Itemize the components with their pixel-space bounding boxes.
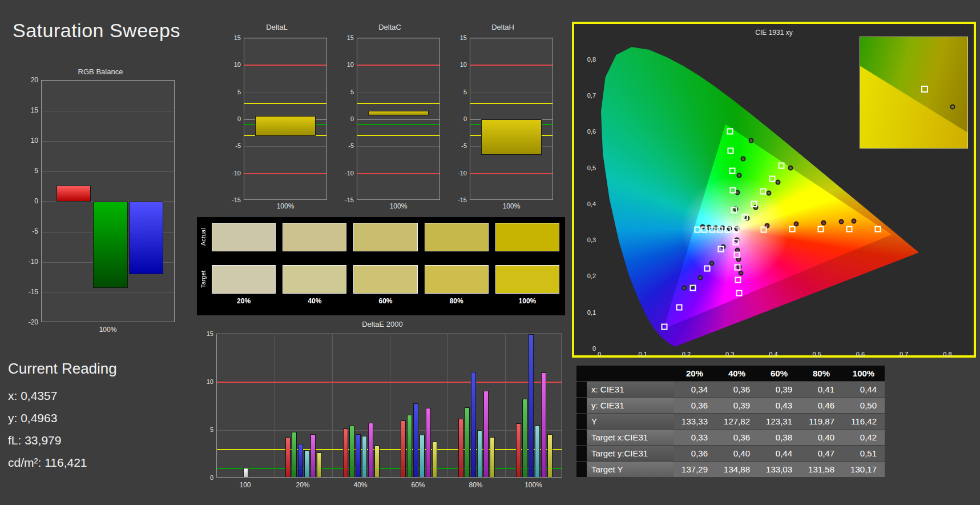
deltae-bar-yellow [432,442,437,478]
deltae-bar-red [343,428,348,478]
swatch-actual-100% [495,223,559,251]
axis-tick: 0 [237,115,241,122]
table-value: 130,17 [842,462,885,477]
target-point [735,264,741,271]
y-axis-tick: 0,6 [587,128,596,135]
y-axis-tick: 0,3 [587,237,596,243]
table-value: 0,36 [716,430,758,445]
delta-chart-deltac[interactable]: DeltaC151050-5-10-15100% [338,23,441,211]
swatch-actual-60% [353,223,417,251]
axis-tick: 0 [210,474,213,481]
deltae-bar-white [243,468,248,478]
x-axis-label: 100% [470,202,553,210]
axis-tick: 15 [234,34,241,41]
swatch-row-label: Actual [199,223,207,251]
deltae-bar-yellow [490,437,495,478]
x-axis-tick: 0,2 [682,351,691,358]
table-gutter [576,430,587,445]
table-value: 0,41 [800,382,842,397]
target-point [718,246,724,252]
target-point [728,148,734,154]
deltae-bar-blue [298,444,303,478]
rgb-axis-tick: 20 [31,76,38,84]
table-row: Target Y137,29134,88133,03131,58130,17 [576,462,885,477]
table-gutter [576,414,587,429]
y-axis-tick: 0,1 [587,309,596,316]
swatch-actual-80% [425,223,489,251]
measured-point [697,275,703,280]
deltae-bar-green [407,415,412,478]
table-value: 0,40 [716,446,758,461]
target-point [769,175,776,182]
target-point [733,252,740,258]
x-axis-label: 40% [332,481,389,489]
plot-area [470,38,553,200]
group-separator [390,334,390,477]
axis-tick: 10 [207,378,213,385]
table-value: 133,03 [758,462,800,477]
swatch-row-label: Target [199,265,207,294]
swatch-target-20% [212,265,276,294]
rgb-axis-tick: -5 [32,227,38,235]
x-axis-tick: 0,8 [943,351,951,358]
table-value: 0,44 [842,382,885,397]
deltae2000-chart[interactable]: DeltaE 2000 151050 10020%40%60%80%100% [197,320,568,491]
measurement-table: 20%40%60%80%100%x: CIE310,340,360,390,41… [576,366,885,477]
table-header-cell [587,366,674,381]
table-row: x: CIE310,340,360,390,410,44 [576,382,885,397]
deltae-bar-blue [356,434,361,478]
target-point [735,277,741,283]
target-point [779,163,785,169]
delta-chart-deltah[interactable]: DeltaH151050-5-10-15100% [451,23,554,211]
delta-charts-group: DeltaL151050-5-10-15100%DeltaC151050-5-1… [225,23,554,211]
target-point [818,226,824,233]
table-row: Target y:CIE310,360,400,440,470,51 [576,446,885,461]
limit-line-red [470,65,552,66]
delta-chart-deltal[interactable]: DeltaL151050-5-10-15100% [225,23,328,211]
axis-tick: 5 [210,426,213,433]
swatch-row-actual [212,223,559,251]
x-axis-label: 20% [274,481,332,489]
x-axis-tick: 0,4 [769,351,777,358]
cie-1931-chart[interactable]: CIE 1931 xy 00,10,20,30,40,50,60,70,8 00… [572,22,976,358]
x-axis-tick: 0,6 [856,351,865,358]
measured-point [736,173,741,178]
target-point [751,201,757,207]
deltae-bar-cyan [535,426,540,478]
rgb-balance-chart[interactable]: RGB Balance 20151050-5-10-15-20 100% [23,67,178,340]
table-value: 0,36 [674,446,716,461]
x-axis-label: 100% [244,202,327,210]
rgb-gridline [42,111,174,111]
swatch-col-label: 100% [495,297,559,305]
y-axis-labels: 00,10,20,30,40,50,60,70,8 [579,41,597,348]
gridline [470,93,552,93]
swatch-target-80% [425,265,489,294]
deltae-bar-green [349,426,354,478]
axis-tick: -10 [458,170,467,177]
axis-tick: -5 [461,142,467,149]
axis-tick: 10 [347,61,354,68]
deltae-bar-yellow [374,446,380,478]
deltae-bar-cyan [477,430,482,478]
target-point [709,226,716,233]
gridline [357,146,439,147]
table-row: Y133,33127,82123,31119,87116,42 [576,414,885,429]
y-axis-tick: 0,8 [587,56,596,63]
gridline [244,38,326,39]
deltae-bar-magenta [541,372,546,478]
target-point [717,226,723,233]
color-swatches-panel[interactable]: ActualTarget20%40%60%80%100% [197,217,565,315]
rgb-axis-tick: 10 [31,137,38,145]
target-point [727,129,733,135]
limit-line-yellow [217,449,562,450]
reading-x: x: 0,4357 [8,384,117,407]
table-row-label: Target x:CIE31 [587,430,674,445]
table-value: 0,39 [716,398,758,413]
swatch-col-label: 20% [212,297,276,305]
target-point [704,266,711,272]
y-axis-tick: 0,7 [587,92,596,99]
y-axis-labels: 151050-5-10-15 [225,23,243,211]
reading-y: y: 0,4963 [8,407,117,429]
table-value: 134,88 [716,462,758,477]
rgb-bar-blue [129,202,163,274]
